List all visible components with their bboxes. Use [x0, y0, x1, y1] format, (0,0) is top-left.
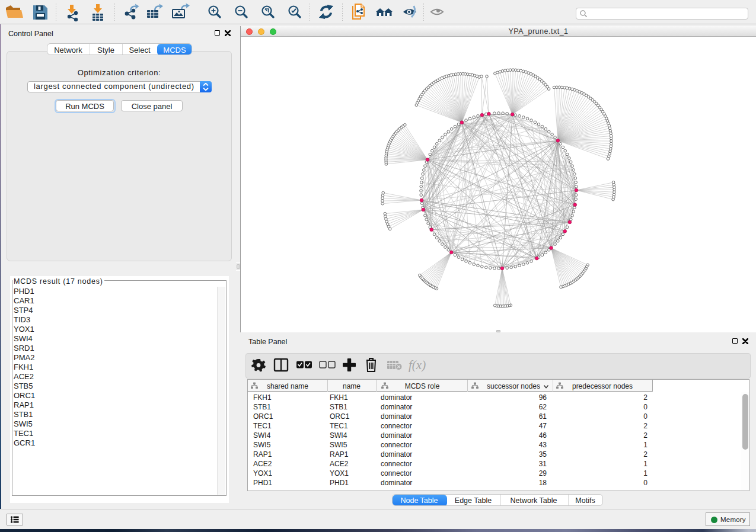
- svg-text:f(x): f(x): [409, 358, 426, 372]
